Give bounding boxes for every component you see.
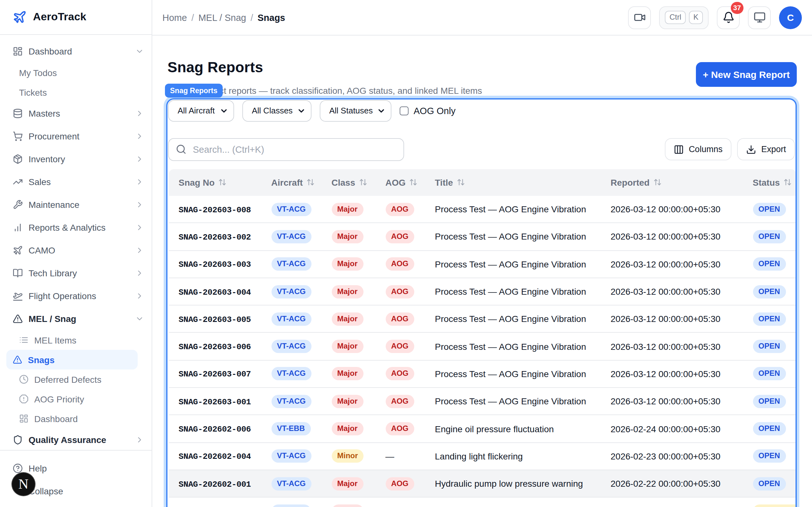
cell-aircraft-badge: VT-EBB <box>271 504 310 507</box>
aog-only-checkbox-label[interactable]: AOG Only <box>400 106 455 116</box>
nextjs-dev-badge[interactable]: N <box>11 472 36 496</box>
sort-icon[interactable] <box>218 178 227 187</box>
cell-status-badge: OPEN <box>753 422 786 435</box>
sort-icon[interactable] <box>653 178 662 187</box>
table-row[interactable]: SNAG-202602-001 VT-ACG Major AOG Hydraul… <box>168 470 796 498</box>
sidebar-item-masters[interactable]: Masters <box>0 102 152 125</box>
table-row[interactable]: SNAG-202603-001 VT-ACG Major AOG Process… <box>168 388 796 415</box>
table-row[interactable]: SNAG-202603-002 VT-ACG Major AOG Process… <box>168 223 796 251</box>
bar-chart-icon <box>13 222 23 233</box>
cell-status-badge: OPEN <box>753 450 786 463</box>
chevron-right-icon <box>135 291 144 300</box>
page-subtitle: Manage defect reports — track classifica… <box>167 86 797 96</box>
table-row[interactable]: SNAG-202603-006 VT-ACG Major AOG Process… <box>168 333 796 360</box>
column-header-aog[interactable]: AOG <box>375 177 425 187</box>
breadcrumb-separator: / <box>251 12 253 22</box>
cell-snag-no: SNAG-202602-001 <box>179 480 251 489</box>
sidebar-item-tickets[interactable]: Tickets <box>0 82 152 102</box>
cell-aog: AOG <box>375 203 425 216</box>
sidebar-item-mel-snag[interactable]: MEL / Snag <box>0 307 152 330</box>
table-row[interactable]: SNAG-202603-008 VT-ACG Major AOG Process… <box>168 196 796 223</box>
table-header-row: Snag No Aircraft Class AOG Title Reporte… <box>168 169 796 196</box>
sidebar-item-flight-operations[interactable]: Flight Operations <box>0 285 152 307</box>
monitor-icon <box>753 11 765 23</box>
sidebar-item-quality-assurance[interactable]: Quality Assurance <box>0 429 152 451</box>
table-row[interactable]: SNAG-202601-007 VT-EBB Major — Windshiel… <box>168 498 796 507</box>
cell-aircraft-badge: VT-ACG <box>271 367 311 381</box>
wrench-icon <box>13 200 23 210</box>
sidebar-item-inventory[interactable]: Inventory <box>0 148 152 170</box>
column-header-reported[interactable]: Reported <box>600 177 743 187</box>
status-filter-select[interactable]: All Statuses <box>320 100 392 121</box>
breadcrumb-separator: / <box>191 12 194 22</box>
cell-aircraft-badge: VT-ACG <box>271 203 311 216</box>
cell-aog: AOG <box>375 230 425 243</box>
sidebar-item-dashboard[interactable]: Dashboard <box>0 409 152 429</box>
chevron-down-icon <box>135 47 144 56</box>
main-content: Snag Reports + New Snag Report Manage de… <box>152 36 812 507</box>
sidebar-item-tech-library[interactable]: Tech Library <box>0 262 152 285</box>
breadcrumb-item[interactable]: MEL / Snag <box>198 12 246 22</box>
trending-up-icon <box>13 177 23 187</box>
notifications-button[interactable]: 37 <box>717 6 740 29</box>
new-snag-report-button[interactable]: + New Snag Report <box>696 62 797 87</box>
sort-icon[interactable] <box>784 178 792 187</box>
cell-aircraft-badge: VT-ACG <box>271 285 311 298</box>
column-header-label: Title <box>435 177 453 187</box>
table-row[interactable]: SNAG-202603-005 VT-ACG Major AOG Process… <box>168 305 796 333</box>
sidebar-item-label: MEL Items <box>34 335 145 345</box>
sort-icon[interactable] <box>409 178 418 187</box>
class-filter-select[interactable]: All Classes <box>242 100 311 121</box>
column-header-class[interactable]: Class <box>321 177 375 187</box>
columns-button[interactable]: Columns <box>664 138 731 160</box>
cell-aog: AOG <box>375 367 425 381</box>
table-row[interactable]: SNAG-202603-007 VT-ACG Major AOG Process… <box>168 360 796 388</box>
cell-aog-badge: AOG <box>386 422 414 435</box>
display-button[interactable] <box>748 6 771 29</box>
cell-aog-badge: AOG <box>386 257 414 271</box>
cell-reported: 2026-03-12 00:00:00+05:30 <box>600 286 743 297</box>
sidebar-item-deferred-defects[interactable]: Deferred Defects <box>0 370 152 389</box>
cell-reported: 2026-03-12 00:00:00+05:30 <box>600 341 743 351</box>
sidebar-item-procurement[interactable]: Procurement <box>0 125 152 148</box>
sidebar-item-camo[interactable]: CAMO <box>0 239 152 262</box>
cell-aircraft-badge: VT-ACG <box>271 340 311 353</box>
column-header-aircraft[interactable]: Aircraft <box>261 177 321 187</box>
table-row[interactable]: SNAG-202602-006 VT-EBB Major AOG Engine … <box>168 415 796 443</box>
columns-label: Columns <box>689 145 722 154</box>
cell-reported: 2026-03-12 00:00:00+05:30 <box>600 204 743 214</box>
sidebar-item-label: Procurement <box>29 131 135 141</box>
sidebar-item-sales[interactable]: Sales <box>0 170 152 193</box>
sidebar-item-maintenance[interactable]: Maintenance <box>0 193 152 216</box>
video-button[interactable] <box>628 6 651 29</box>
cell-class-badge: Major <box>332 477 363 490</box>
chevron-right-icon <box>135 269 144 278</box>
breadcrumb-item[interactable]: Home <box>162 12 187 22</box>
sort-icon[interactable] <box>307 178 315 187</box>
sidebar-item-reports-analytics[interactable]: Reports & Analytics <box>0 216 152 239</box>
column-header-snag-no[interactable]: Snag No <box>168 177 261 187</box>
chevron-right-icon <box>135 155 144 164</box>
sidebar-item-aog-priority[interactable]: AOG Priority <box>0 389 152 409</box>
sidebar-item-dashboard[interactable]: Dashboard <box>0 40 152 63</box>
table-row[interactable]: SNAG-202603-003 VT-ACG Major AOG Process… <box>168 250 796 278</box>
shortcut-chip[interactable]: Ctrl K <box>659 6 709 29</box>
avatar[interactable]: C <box>779 6 802 29</box>
sidebar-item-label: My Todos <box>19 67 145 78</box>
aog-only-checkbox[interactable] <box>400 106 409 115</box>
sidebar-item-mel-items[interactable]: MEL Items <box>0 330 152 350</box>
table-row[interactable]: SNAG-202603-004 VT-ACG Major AOG Process… <box>168 278 796 306</box>
sidebar-item-snags[interactable]: Snags <box>6 350 138 370</box>
status-filter-wrap: All Statuses <box>320 100 392 121</box>
export-button[interactable]: Export <box>737 138 795 160</box>
sidebar-item-label: CAMO <box>29 245 135 256</box>
sort-icon[interactable] <box>359 178 367 187</box>
search-input[interactable] <box>168 138 404 161</box>
column-header-status[interactable]: Status <box>743 177 796 187</box>
sidebar-item-my-todos[interactable]: My Todos <box>0 63 152 82</box>
column-header-title[interactable]: Title <box>425 177 600 187</box>
column-header-label: AOG <box>386 177 406 187</box>
aircraft-filter-select[interactable]: All Aircraft <box>168 100 234 121</box>
table-row[interactable]: SNAG-202602-004 VT-ACG Minor — Landing l… <box>168 443 796 470</box>
sort-icon[interactable] <box>457 178 465 187</box>
